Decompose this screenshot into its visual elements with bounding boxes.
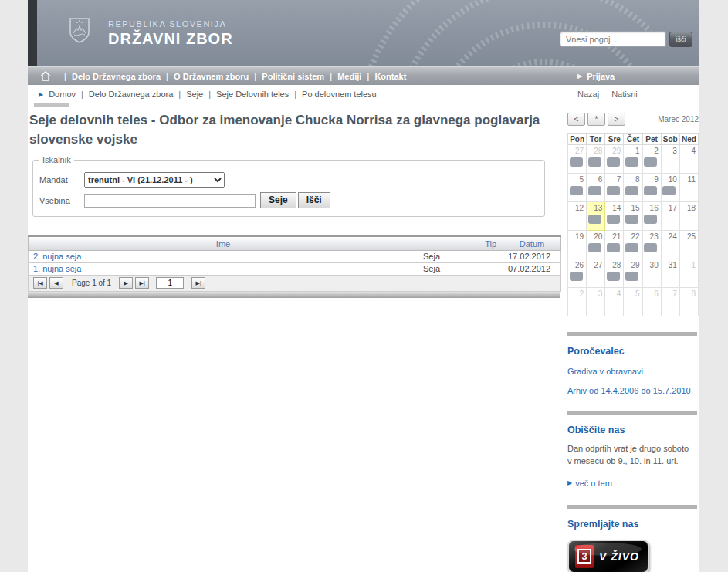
column-header-datum[interactable]: Datum <box>503 236 561 250</box>
calendar-weekday: Sre <box>605 134 624 145</box>
more-link[interactable]: ▶ več o tem <box>567 479 699 488</box>
nav-item-5[interactable]: Kontakt <box>374 72 406 81</box>
isci-button[interactable]: Išči <box>298 192 330 208</box>
calendar-weekday: Ned <box>679 134 698 145</box>
calendar-day[interactable]: 2 <box>642 145 661 174</box>
pager-next-button[interactable]: ▶ <box>119 277 133 289</box>
column-header-ime[interactable]: Ime <box>29 236 418 250</box>
calendar-day[interactable]: 26 <box>568 259 587 288</box>
calendar-day[interactable]: 9 <box>642 174 661 202</box>
pager-last-button[interactable]: ▶| <box>135 277 149 289</box>
calendar-event-marker <box>607 272 620 281</box>
pager-first-button[interactable]: |◀ <box>33 277 47 289</box>
calendar-day[interactable]: 15 <box>624 202 642 231</box>
calendar-nav: < * > Marec 2012 <box>567 113 699 126</box>
calendar-prev-button[interactable]: < <box>567 113 585 126</box>
pager-prev-button[interactable]: ◀ <box>49 277 63 289</box>
tv3-logo-number: 3 <box>577 549 591 564</box>
calendar-day[interactable]: 16 <box>642 202 661 231</box>
calendar-day[interactable]: 19 <box>568 231 587 259</box>
nav-item-2[interactable]: O Državnem zboru <box>174 72 249 81</box>
calendar-day: 1 <box>679 259 698 288</box>
calendar-day[interactable]: 12 <box>568 202 587 231</box>
mandat-row: Mandat trenutni - VI (21.12.2011 - ) <box>39 172 537 188</box>
calendar-day[interactable]: 29 <box>624 259 642 288</box>
calendar-event-marker <box>607 215 620 224</box>
title-divider <box>34 103 69 107</box>
calendar-next-button[interactable]: > <box>608 113 625 126</box>
login-link[interactable]: ▶ Prijava <box>577 72 615 81</box>
seje-button[interactable]: Seje <box>260 192 296 208</box>
calendar-day[interactable]: 23 <box>642 231 661 259</box>
table-row: 2. nujna sejaSeja17.02.2012 <box>29 250 561 262</box>
calendar-day[interactable]: 6 <box>587 174 605 202</box>
calendar-day[interactable]: 5 <box>568 174 587 202</box>
header-search: išči <box>560 31 692 47</box>
calendar-event-marker <box>644 186 657 195</box>
home-icon[interactable] <box>40 71 51 81</box>
calendar-day[interactable]: 17 <box>661 202 679 231</box>
calendar: PonTorSreČetPetSobNed 272829123456789101… <box>567 133 699 316</box>
calendar-day[interactable]: 28 <box>605 259 624 288</box>
print-link[interactable]: Natisni <box>611 90 638 99</box>
calendar-day[interactable]: 18 <box>679 202 698 231</box>
session-link[interactable]: 2. nujna seja <box>33 252 81 261</box>
calendar-day[interactable]: 25 <box>679 231 698 259</box>
calendar-day[interactable]: 13 <box>587 202 605 231</box>
triangle-icon: ▶ <box>577 73 582 80</box>
calendar-weekday-row: PonTorSreČetPetSobNed <box>568 134 699 145</box>
calendar-day[interactable]: 11 <box>679 174 698 202</box>
column-header-tip[interactable]: Tip <box>418 236 503 250</box>
calendar-day[interactable]: 21 <box>605 231 624 259</box>
calendar-day[interactable]: 8 <box>624 174 642 202</box>
breadcrumb-item-3[interactable]: Seje Delovnih teles <box>216 90 289 99</box>
breadcrumb-item-1[interactable]: Delo Državnega zbora <box>89 90 173 99</box>
porocevalec-link-1[interactable]: Gradiva v obravnavi <box>567 367 699 376</box>
calendar-day[interactable]: 3 <box>661 145 679 174</box>
calendar-day[interactable]: 20 <box>587 231 605 259</box>
calendar-day[interactable]: 31 <box>661 259 679 288</box>
session-link[interactable]: 1. nujna seja <box>33 264 81 273</box>
porocevalec-link-2[interactable]: Arhiv od 14.4.2006 do 15.7.2010 <box>567 386 699 395</box>
calendar-weekday: Sob <box>661 134 679 145</box>
triangle-icon: ▶ <box>567 479 572 486</box>
calendar-day[interactable]: 30 <box>642 259 661 288</box>
vsebina-input[interactable] <box>84 194 256 208</box>
main-nav-list: |Delo Državnega zbora|O Državnem zboru|P… <box>59 72 406 81</box>
search-input[interactable] <box>560 31 666 47</box>
nav-separator: | <box>254 72 256 81</box>
calendar-event-marker <box>588 215 601 224</box>
calendar-day[interactable]: 7 <box>605 174 624 202</box>
spremljajte-heading: Spremljajte nas <box>567 519 699 530</box>
mandat-select[interactable]: trenutni - VI (21.12.2011 - ) <box>84 172 225 188</box>
calendar-event-marker <box>588 157 601 167</box>
nav-item-1[interactable]: Delo Državnega zbora <box>72 72 161 81</box>
porocevalec-links: Gradiva v obravnaviArhiv od 14.4.2006 do… <box>567 367 699 395</box>
calendar-day[interactable]: 24 <box>661 231 679 259</box>
back-link[interactable]: Nazaj <box>577 90 599 99</box>
calendar-day: 5 <box>624 288 642 316</box>
breadcrumb-item-2[interactable]: Seje <box>186 90 203 99</box>
breadcrumb-item-4[interactable]: Po delovnem telesu <box>302 90 377 99</box>
login-label: Prijava <box>587 72 615 81</box>
calendar-day[interactable]: 10 <box>661 174 679 202</box>
calendar-event-marker <box>625 215 638 224</box>
nav-separator: | <box>330 72 332 81</box>
calendar-event-marker <box>625 272 638 281</box>
pager-page-input[interactable] <box>156 277 184 289</box>
calendar-day[interactable]: 4 <box>679 145 698 174</box>
table-row: 1. nujna sejaSeja07.02.2012 <box>29 262 561 275</box>
calendar-day[interactable]: 1 <box>624 145 642 174</box>
calendar-day[interactable]: 14 <box>605 202 624 231</box>
nav-item-4[interactable]: Mediji <box>337 72 361 81</box>
pager: |◀ ◀ Page 1 of 1 ▶ ▶| ▶| <box>33 276 556 290</box>
calendar-today-button[interactable]: * <box>587 113 605 126</box>
calendar-day[interactable]: 27 <box>587 259 605 288</box>
breadcrumb-home[interactable]: Domov <box>49 90 76 99</box>
search-button[interactable]: išči <box>669 32 692 47</box>
pager-go-button[interactable]: ▶| <box>191 277 205 289</box>
tv-live-badge[interactable]: 3 V ŽIVO <box>567 540 649 572</box>
calendar-day[interactable]: 22 <box>624 231 642 259</box>
nav-item-3[interactable]: Politični sistem <box>262 72 324 81</box>
republic-label: REPUBLIKA SLOVENIJA <box>108 19 233 29</box>
